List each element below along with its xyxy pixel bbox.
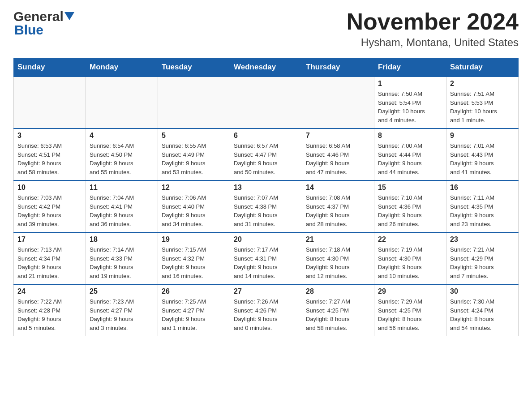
day-header-tuesday: Tuesday — [158, 58, 230, 77]
calendar-cell: 20Sunrise: 7:17 AM Sunset: 4:31 PM Dayli… — [230, 232, 302, 284]
calendar-cell: 6Sunrise: 6:57 AM Sunset: 4:47 PM Daylig… — [230, 128, 302, 180]
day-info: Sunrise: 7:17 AM Sunset: 4:31 PM Dayligh… — [234, 245, 298, 280]
day-header-saturday: Saturday — [446, 58, 519, 77]
calendar-cell — [14, 77, 86, 128]
day-info: Sunrise: 7:08 AM Sunset: 4:37 PM Dayligh… — [306, 193, 370, 228]
day-info: Sunrise: 7:03 AM Sunset: 4:42 PM Dayligh… — [17, 193, 82, 228]
calendar-cell: 14Sunrise: 7:08 AM Sunset: 4:37 PM Dayli… — [302, 180, 374, 232]
calendar-cell: 5Sunrise: 6:55 AM Sunset: 4:49 PM Daylig… — [158, 128, 230, 180]
day-info: Sunrise: 7:23 AM Sunset: 4:27 PM Dayligh… — [90, 297, 154, 332]
header-row: SundayMondayTuesdayWednesdayThursdayFrid… — [14, 58, 519, 77]
day-number: 20 — [234, 235, 298, 244]
week-row-1: 1Sunrise: 7:50 AM Sunset: 5:54 PM Daylig… — [14, 77, 519, 128]
calendar-cell: 29Sunrise: 7:29 AM Sunset: 4:25 PM Dayli… — [374, 284, 446, 336]
day-info: Sunrise: 7:25 AM Sunset: 4:27 PM Dayligh… — [162, 297, 226, 332]
day-number: 4 — [90, 132, 154, 140]
day-info: Sunrise: 6:54 AM Sunset: 4:50 PM Dayligh… — [90, 141, 154, 176]
day-info: Sunrise: 7:26 AM Sunset: 4:26 PM Dayligh… — [234, 297, 298, 332]
calendar-cell: 18Sunrise: 7:14 AM Sunset: 4:33 PM Dayli… — [86, 232, 158, 284]
calendar-cell: 30Sunrise: 7:30 AM Sunset: 4:24 PM Dayli… — [446, 284, 519, 336]
day-info: Sunrise: 7:18 AM Sunset: 4:30 PM Dayligh… — [306, 245, 370, 280]
calendar-cell: 22Sunrise: 7:19 AM Sunset: 4:30 PM Dayli… — [374, 232, 446, 284]
page-title: November 2024 — [347, 9, 519, 34]
day-header-monday: Monday — [86, 58, 158, 77]
page-subtitle: Hysham, Montana, United States — [347, 36, 519, 49]
day-number: 21 — [306, 235, 370, 244]
calendar-cell: 10Sunrise: 7:03 AM Sunset: 4:42 PM Dayli… — [14, 180, 86, 232]
day-header-sunday: Sunday — [14, 58, 86, 77]
logo-blue-text: Blue — [14, 22, 43, 38]
calendar-cell: 21Sunrise: 7:18 AM Sunset: 4:30 PM Dayli… — [302, 232, 374, 284]
calendar-cell: 7Sunrise: 6:58 AM Sunset: 4:46 PM Daylig… — [302, 128, 374, 180]
day-info: Sunrise: 7:10 AM Sunset: 4:36 PM Dayligh… — [378, 193, 442, 228]
day-info: Sunrise: 7:29 AM Sunset: 4:25 PM Dayligh… — [378, 297, 442, 332]
week-row-2: 3Sunrise: 6:53 AM Sunset: 4:51 PM Daylig… — [14, 128, 519, 180]
calendar-cell: 15Sunrise: 7:10 AM Sunset: 4:36 PM Dayli… — [374, 180, 446, 232]
day-number: 9 — [450, 132, 515, 140]
svg-marker-0 — [64, 12, 74, 20]
day-info: Sunrise: 7:51 AM Sunset: 5:53 PM Dayligh… — [450, 90, 515, 124]
day-info: Sunrise: 7:30 AM Sunset: 4:24 PM Dayligh… — [450, 297, 515, 332]
calendar-cell: 23Sunrise: 7:21 AM Sunset: 4:29 PM Dayli… — [446, 232, 519, 284]
calendar-cell — [86, 77, 158, 128]
day-header-wednesday: Wednesday — [230, 58, 302, 77]
calendar-cell: 28Sunrise: 7:27 AM Sunset: 4:25 PM Dayli… — [302, 284, 374, 336]
day-number: 25 — [90, 287, 154, 295]
calendar-cell: 2Sunrise: 7:51 AM Sunset: 5:53 PM Daylig… — [446, 77, 519, 128]
day-number: 15 — [378, 184, 442, 192]
day-info: Sunrise: 7:27 AM Sunset: 4:25 PM Dayligh… — [306, 297, 370, 332]
logo-triangle-icon — [64, 12, 74, 22]
calendar-cell: 26Sunrise: 7:25 AM Sunset: 4:27 PM Dayli… — [158, 284, 230, 336]
calendar-cell: 19Sunrise: 7:15 AM Sunset: 4:32 PM Dayli… — [158, 232, 230, 284]
day-number: 19 — [162, 235, 226, 244]
day-number: 11 — [90, 184, 154, 192]
day-number: 12 — [162, 184, 226, 192]
day-number: 14 — [306, 184, 370, 192]
day-number: 10 — [17, 184, 82, 192]
day-number: 3 — [17, 132, 82, 140]
day-number: 18 — [90, 235, 154, 244]
day-info: Sunrise: 7:01 AM Sunset: 4:43 PM Dayligh… — [450, 141, 515, 176]
calendar-cell — [158, 77, 230, 128]
day-number: 28 — [306, 287, 370, 295]
day-number: 26 — [162, 287, 226, 295]
day-info: Sunrise: 7:07 AM Sunset: 4:38 PM Dayligh… — [234, 193, 298, 228]
day-info: Sunrise: 7:15 AM Sunset: 4:32 PM Dayligh… — [162, 245, 226, 280]
day-number: 7 — [306, 132, 370, 140]
day-info: Sunrise: 7:50 AM Sunset: 5:54 PM Dayligh… — [378, 90, 442, 124]
calendar-cell: 3Sunrise: 6:53 AM Sunset: 4:51 PM Daylig… — [14, 128, 86, 180]
day-number: 27 — [234, 287, 298, 295]
calendar-cell: 9Sunrise: 7:01 AM Sunset: 4:43 PM Daylig… — [446, 128, 519, 180]
calendar-cell — [230, 77, 302, 128]
calendar-table: SundayMondayTuesdayWednesdayThursdayFrid… — [13, 58, 519, 336]
calendar-cell: 27Sunrise: 7:26 AM Sunset: 4:26 PM Dayli… — [230, 284, 302, 336]
day-info: Sunrise: 7:21 AM Sunset: 4:29 PM Dayligh… — [450, 245, 515, 280]
day-info: Sunrise: 7:14 AM Sunset: 4:33 PM Dayligh… — [90, 245, 154, 280]
week-row-5: 24Sunrise: 7:22 AM Sunset: 4:28 PM Dayli… — [14, 284, 519, 336]
week-row-3: 10Sunrise: 7:03 AM Sunset: 4:42 PM Dayli… — [14, 180, 519, 232]
day-info: Sunrise: 7:22 AM Sunset: 4:28 PM Dayligh… — [17, 297, 82, 332]
day-number: 30 — [450, 287, 515, 295]
day-info: Sunrise: 7:19 AM Sunset: 4:30 PM Dayligh… — [378, 245, 442, 280]
calendar-cell: 17Sunrise: 7:13 AM Sunset: 4:34 PM Dayli… — [14, 232, 86, 284]
page-header: General Blue November 2024 Hysham, Monta… — [13, 9, 519, 49]
day-number: 17 — [17, 235, 82, 244]
day-number: 1 — [378, 80, 442, 88]
calendar-cell: 4Sunrise: 6:54 AM Sunset: 4:50 PM Daylig… — [86, 128, 158, 180]
calendar-cell: 11Sunrise: 7:04 AM Sunset: 4:41 PM Dayli… — [86, 180, 158, 232]
calendar-cell: 12Sunrise: 7:06 AM Sunset: 4:40 PM Dayli… — [158, 180, 230, 232]
day-info: Sunrise: 7:00 AM Sunset: 4:44 PM Dayligh… — [378, 141, 442, 176]
day-number: 6 — [234, 132, 298, 140]
day-number: 16 — [450, 184, 515, 192]
day-number: 5 — [162, 132, 226, 140]
day-header-friday: Friday — [374, 58, 446, 77]
day-info: Sunrise: 7:13 AM Sunset: 4:34 PM Dayligh… — [17, 245, 82, 280]
calendar-cell: 16Sunrise: 7:11 AM Sunset: 4:35 PM Dayli… — [446, 180, 519, 232]
day-number: 22 — [378, 235, 442, 244]
day-number: 24 — [17, 287, 82, 295]
day-number: 2 — [450, 80, 515, 88]
day-number: 8 — [378, 132, 442, 140]
day-number: 29 — [378, 287, 442, 295]
day-info: Sunrise: 6:58 AM Sunset: 4:46 PM Dayligh… — [306, 141, 370, 176]
calendar-cell: 1Sunrise: 7:50 AM Sunset: 5:54 PM Daylig… — [374, 77, 446, 128]
